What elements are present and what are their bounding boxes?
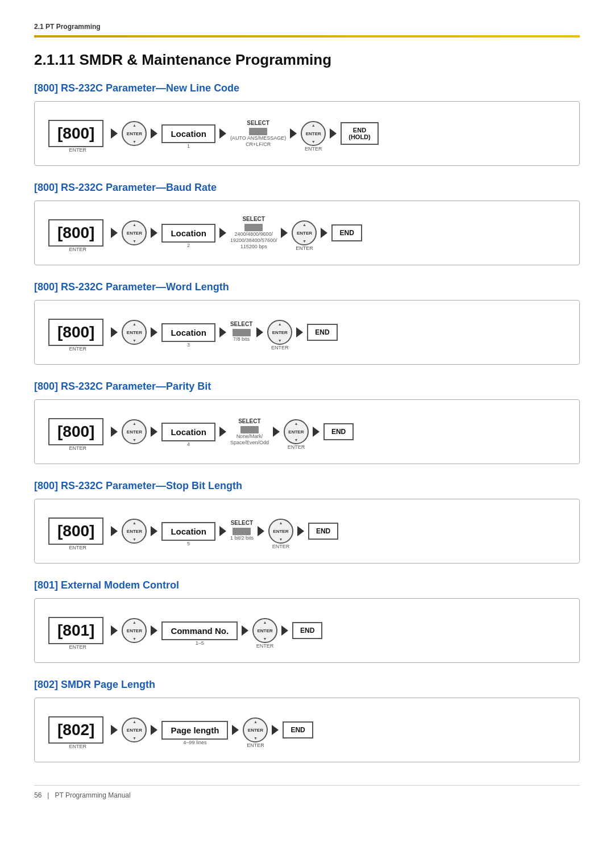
arrow-b4: [281, 228, 288, 238]
arrow-b1: [111, 228, 118, 238]
section-title-800-word-length: [800] RS-232C Parameter—Word Length: [34, 281, 580, 293]
arrow-b5: [321, 228, 327, 238]
end-box-pg: END: [283, 713, 313, 746]
command-box-m: Command No. 1–5: [161, 614, 238, 648]
arrow-s3: [219, 526, 226, 536]
arrow-m4: [281, 625, 288, 636]
section-title-802-page-length: [802] SMDR Page Length: [34, 679, 580, 691]
main-title: 2.1.11 SMDR & Maintenance Programming: [34, 51, 580, 69]
arrow-m3: [242, 625, 248, 636]
code-801: [801] ENTER: [48, 609, 107, 652]
arrow-w1: [111, 327, 118, 337]
footer-doc-title: PT Programming Manual: [55, 791, 130, 799]
arrow-p3: [219, 427, 226, 437]
footer: 56 | PT Programming Manual: [34, 785, 580, 799]
location-box-p: Location 4: [161, 415, 215, 449]
section-800-new-line: [800] RS-232C Parameter—New Line Code [8…: [34, 82, 580, 166]
enter-btn-2: ENTER ENTER: [301, 113, 326, 154]
section-title-800-baud-rate: [800] RS-232C Parameter—Baud Rate: [34, 182, 580, 194]
diagram-801-modem: [801] ENTER ENTER Command No. 1–5 ENTER …: [34, 598, 580, 663]
breadcrumb: 2.1 PT Programming: [34, 23, 580, 31]
arrow-pg3: [232, 725, 239, 735]
enter-btn-w1: ENTER: [122, 312, 147, 353]
enter-btn-b2: ENTER ENTER: [292, 212, 317, 253]
arrow-p2: [151, 427, 157, 437]
section-800-word-length: [800] RS-232C Parameter—Word Length [800…: [34, 281, 580, 365]
enter-btn-pg1: ENTER: [122, 710, 147, 750]
location-box-1: Location 1: [161, 116, 215, 151]
arrow-s2: [151, 526, 157, 536]
gold-bar: [34, 35, 580, 37]
arrow-w2: [151, 327, 157, 337]
page-length-box: Page length 4–99 lines: [161, 713, 228, 748]
code-802: [802] ENTER: [48, 708, 107, 752]
enter-btn-b1: ENTER: [122, 212, 147, 253]
arrow-pg1: [111, 725, 118, 735]
diagram-800-word-length: [800] ENTER ENTER Location 3 SELECT: [34, 300, 580, 365]
arrow-s4: [258, 526, 264, 536]
enter-btn-w2: ENTER ENTER: [267, 312, 292, 353]
arrow-w5: [296, 327, 303, 337]
arrow-s1: [111, 526, 118, 536]
diagram-800-parity-bit: [800] ENTER ENTER Location 4 SELECT: [34, 399, 580, 464]
section-800-stop-bit: [800] RS-232C Parameter—Stop Bit Length …: [34, 480, 580, 564]
section-title-800-parity-bit: [800] RS-232C Parameter—Parity Bit: [34, 381, 580, 393]
section-801-modem: [801] External Modem Control [801] ENTER…: [34, 579, 580, 663]
arrow-4: [290, 128, 297, 139]
code-800-word: [800] ENTER: [48, 311, 107, 354]
select-block-s: SELECT 1 bit/2 bits: [230, 520, 254, 543]
arrow-p5: [313, 427, 320, 437]
select-block-w: SELECT 7/8 bits: [230, 321, 252, 344]
arrow-w4: [256, 327, 263, 337]
end-box-m: END: [292, 614, 322, 647]
diagram-800-new-line: [800] ENTER ENTER Location 1 SELECT: [34, 101, 580, 166]
select-block-p: SELECT None/Mark/ Space/Even/Odd: [230, 418, 269, 446]
diagram-802-page-length: [802] ENTER ENTER Page length 4–99 lines…: [34, 698, 580, 762]
location-box-w: Location 3: [161, 315, 215, 350]
arrow-m2: [151, 625, 157, 636]
arrow-b2: [151, 228, 157, 238]
section-800-baud-rate: [800] RS-232C Parameter—Baud Rate [800] …: [34, 182, 580, 265]
diagram-800-stop-bit: [800] ENTER ENTER Location 5 SELECT: [34, 499, 580, 564]
enter-btn-p1: ENTER: [122, 411, 147, 452]
section-800-parity-bit: [800] RS-232C Parameter—Parity Bit [800]…: [34, 381, 580, 464]
section-title-801-modem: [801] External Modem Control: [34, 579, 580, 591]
arrow-p1: [111, 427, 118, 437]
arrow-s5: [297, 526, 304, 536]
footer-page-number: 56: [34, 791, 42, 799]
section-title-800-new-line: [800] RS-232C Parameter—New Line Code: [34, 82, 580, 94]
select-block-b: SELECT 2400/4800/9600/ 19200/38400/57600…: [230, 216, 277, 249]
code-800-parity: [800] ENTER: [48, 410, 107, 453]
section-title-800-stop-bit: [800] RS-232C Parameter—Stop Bit Length: [34, 480, 580, 492]
arrow-2: [151, 128, 157, 139]
arrow-3: [219, 128, 226, 139]
enter-btn-1: ENTER: [122, 113, 147, 154]
select-block-1: SELECT (AUTO ANS/MESSAGE) CR+LF/CR: [230, 120, 286, 148]
footer-separator: |: [47, 791, 49, 799]
code-800-new-line: [800] ENTER: [48, 112, 107, 155]
code-800-baud: [800] ENTER: [48, 211, 107, 254]
end-box-1: END (HOLD): [341, 114, 379, 153]
end-box-w: END: [307, 316, 337, 349]
enter-btn-p2: ENTER ENTER: [284, 411, 309, 452]
location-box-s: Location 5: [161, 514, 215, 549]
enter-btn-pg2: ENTER ENTER: [243, 710, 268, 750]
end-box-p: END: [323, 415, 354, 448]
arrow-w3: [219, 327, 226, 337]
enter-btn-m1: ENTER: [122, 610, 147, 651]
arrow-pg4: [272, 725, 279, 735]
end-box-s: END: [308, 515, 338, 548]
location-box-b: Location 2: [161, 216, 215, 251]
arrow-b3: [219, 228, 226, 238]
enter-btn-s2: ENTER ENTER: [268, 511, 293, 552]
arrow-5: [330, 128, 337, 139]
arrow-p4: [273, 427, 280, 437]
arrow-m1: [111, 625, 118, 636]
end-box-b: END: [331, 216, 362, 249]
diagram-800-baud-rate: [800] ENTER ENTER Location 2 SELECT: [34, 201, 580, 265]
arrow-pg2: [151, 725, 157, 735]
section-802-page-length: [802] SMDR Page Length [802] ENTER ENTER…: [34, 679, 580, 762]
arrow-1: [111, 128, 118, 139]
code-800-stop: [800] ENTER: [48, 510, 107, 553]
enter-btn-m2: ENTER ENTER: [252, 610, 277, 651]
